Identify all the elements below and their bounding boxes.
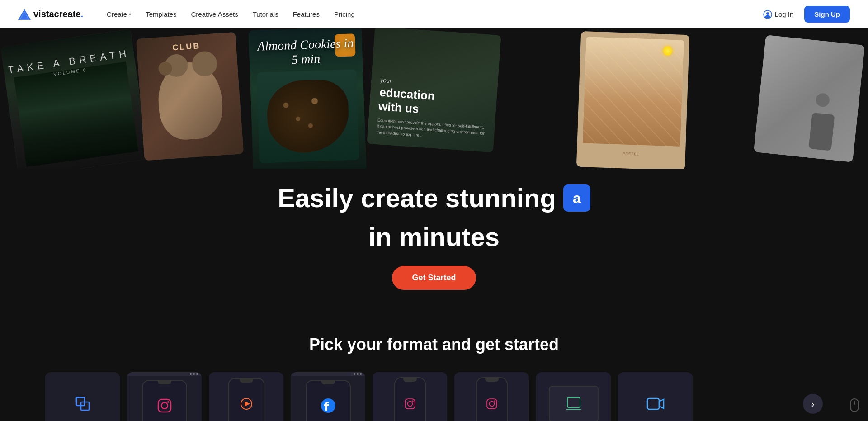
card-education-body: Education must provide the opportunities… [377, 117, 486, 143]
resize-icon [74, 395, 92, 413]
format-section: Pick your format and get started [0, 308, 868, 421]
nav-links: Create ▾ Templates Creative Assets Tutor… [101, 7, 360, 22]
format-item-instagram-post[interactable] [127, 372, 202, 421]
logo[interactable]: vistacreate. [18, 9, 83, 20]
hero-card-woman: PRETEE [576, 31, 689, 169]
hero-text-block: Easily create stunning a in minutes Get … [199, 169, 669, 308]
svg-rect-21 [647, 398, 659, 409]
hero-title-part1: Easily create stunning [278, 182, 556, 214]
get-started-button[interactable]: Get Started [392, 266, 476, 290]
nav-create[interactable]: Create ▾ [101, 7, 137, 22]
format-item-custom[interactable] [45, 372, 120, 421]
vistacreate-logo-icon [18, 9, 31, 20]
card-dog-title: CLUB [137, 39, 236, 55]
hero-title: Easily create stunning a in minutes [208, 182, 660, 252]
svg-point-3 [766, 12, 769, 15]
svg-rect-16 [487, 399, 497, 409]
nav-pricing[interactable]: Pricing [329, 7, 360, 22]
facebook-icon [320, 397, 336, 414]
instagram-story2-icon [486, 397, 498, 410]
hero-card-dog: CLUB [136, 32, 244, 161]
svg-point-14 [407, 402, 412, 407]
svg-point-18 [494, 400, 495, 402]
svg-rect-19 [567, 397, 580, 407]
carousel-next-button[interactable]: › [803, 394, 823, 414]
user-icon [763, 10, 772, 19]
format-item-facebook-post[interactable] [291, 372, 365, 421]
nav-templates[interactable]: Templates [140, 7, 182, 22]
instagram-icon [156, 397, 173, 414]
hero-card-cookies: Almond Cookies in 5 min [248, 28, 366, 169]
hero-section: TAKE A BREATH VOLUME 6 CLUB Almond Cooki… [0, 0, 868, 308]
navbar: vistacreate. Create ▾ Templates Creative… [0, 0, 868, 28]
scroll-dot [854, 401, 855, 405]
format-section-title: Pick your format and get started [0, 335, 868, 354]
hero-cards: TAKE A BREATH VOLUME 6 CLUB Almond Cooki… [0, 28, 868, 169]
navbar-right: Log In Sign Up [758, 6, 850, 23]
signup-button[interactable]: Sign Up [804, 6, 850, 23]
format-items-list [45, 372, 798, 421]
hero-card-education: your educationwith us Education must pro… [367, 28, 501, 152]
nav-creative-assets[interactable]: Creative Assets [186, 7, 244, 22]
hero-title-part2: in minutes [208, 221, 660, 253]
nav-tutorials[interactable]: Tutorials [247, 7, 284, 22]
format-item-instagram-story-2[interactable] [454, 372, 529, 421]
video-icon [646, 395, 665, 413]
cursor-animated-box: a [563, 184, 590, 212]
navbar-left: vistacreate. Create ▾ Templates Creative… [18, 7, 360, 22]
presentation-icon [566, 397, 581, 411]
format-item-video[interactable] [618, 372, 693, 421]
card-education-title: educationwith us [378, 85, 488, 121]
logo-text: vistacreate. [33, 9, 83, 19]
login-button[interactable]: Log In [758, 6, 799, 23]
instagram-story-icon [404, 397, 416, 410]
instagram-reel-icon [239, 397, 254, 411]
format-item-presentation[interactable] [536, 372, 611, 421]
svg-marker-0 [18, 9, 31, 20]
phone-notch-fb [321, 381, 335, 384]
svg-point-15 [412, 400, 413, 402]
svg-point-17 [489, 402, 494, 407]
scroll-hint [850, 398, 859, 412]
phone-notch [158, 381, 171, 384]
format-item-instagram-story-1[interactable] [373, 372, 447, 421]
hero-card-mountain: TAKE A BREATH VOLUME 6 [0, 29, 149, 169]
card-cookies-title: Almond Cookies in 5 min [249, 36, 363, 69]
svg-point-9 [161, 402, 168, 409]
format-item-instagram-reel[interactable] [209, 372, 283, 421]
svg-rect-8 [158, 399, 171, 412]
phone-notch-story2 [485, 378, 499, 382]
hero-card-person [754, 35, 865, 162]
svg-point-10 [167, 401, 169, 403]
format-carousel: › [0, 372, 868, 421]
create-chevron-icon: ▾ [129, 12, 131, 17]
nav-features[interactable]: Features [288, 7, 325, 22]
phone-notch-story1 [403, 378, 417, 382]
phone-notch-reel [240, 379, 253, 383]
svg-rect-13 [405, 399, 415, 409]
